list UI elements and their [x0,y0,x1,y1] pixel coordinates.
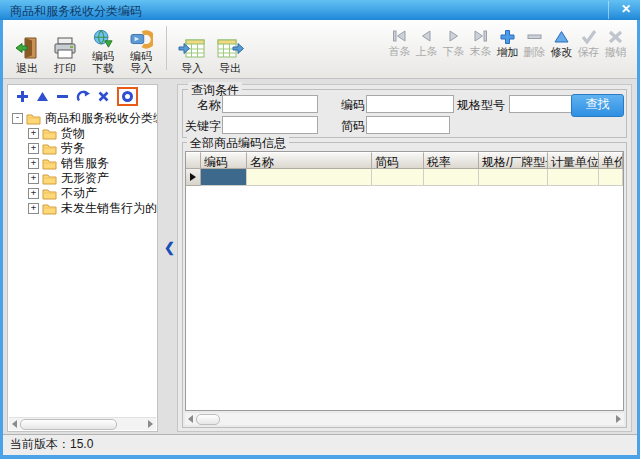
save-check-icon [580,29,597,46]
scroll-right-icon[interactable] [616,415,621,423]
scroll-right-icon[interactable] [148,420,153,428]
table-horizontal-scrollbar[interactable] [185,413,624,425]
export-button[interactable]: 导出 [211,36,249,75]
shortcode-input[interactable] [366,116,450,134]
delete-minus-icon [526,29,543,46]
tree-add-icon[interactable] [16,90,29,103]
row-indicator-header [186,152,201,169]
toolbar-nav-group: 首条 上条 下条 末条 增加 删除 [386,29,629,58]
exit-door-icon [14,35,40,62]
folder-icon [42,203,57,215]
app-window: 商品和服务税收分类编码 ✕ 退出 打印 编码 下载 编码 导入 [0,0,640,459]
column-header-taxrate[interactable]: 税率 [424,152,479,169]
tree-item-real-estate[interactable]: + 不动产 [8,186,157,201]
expand-expander-icon[interactable]: + [28,128,39,139]
printer-icon [52,35,78,62]
code-download-button[interactable]: 编码 下载 [84,28,122,75]
prev-record-button[interactable]: 上条 [413,29,440,58]
code-download-label-2: 下载 [92,62,114,74]
scroll-left-icon[interactable] [188,415,193,423]
exit-button[interactable]: 退出 [8,34,46,75]
tree-root-item[interactable]: - 商品和服务税收分类编码 [8,111,157,126]
cell[interactable] [548,169,599,186]
print-label: 打印 [54,62,76,74]
expand-expander-icon[interactable]: + [28,158,39,169]
column-header-name[interactable]: 名称 [247,152,372,169]
modify-triangle-icon [553,29,570,46]
toolbar-left-group: 退出 打印 编码 下载 编码 导入 导入 导 [8,23,249,75]
save-button[interactable]: 保存 [575,29,602,58]
last-record-button[interactable]: 末条 [467,29,494,58]
modify-button[interactable]: 修改 [548,29,575,58]
tree-locate-icon-highlighted[interactable] [117,87,138,106]
collapse-panel-button[interactable]: ❮ [162,239,177,257]
undo-label: 撤销 [605,46,627,58]
tree-item-goods[interactable]: + 货物 [8,126,157,141]
title-bar: 商品和服务税收分类编码 ✕ [0,0,640,20]
first-record-button[interactable]: 首条 [386,29,413,58]
titlebar-divider [608,1,609,19]
tree-horizontal-scrollbar[interactable] [9,417,156,430]
folder-icon [42,173,57,185]
export-table-icon [216,37,244,62]
cell[interactable] [247,169,372,186]
exit-label: 退出 [16,62,38,74]
tree-refresh-icon[interactable] [76,90,90,103]
grid-groupbox: 全部商品编码信息 编码 名称 简码 税率 规格/厂牌型号 计量单位 单价 [182,142,627,428]
cell[interactable] [372,169,424,186]
keyword-input[interactable] [222,116,318,134]
tree-item-services[interactable]: + 劳务 [8,141,157,156]
window-border-bottom [0,455,640,459]
code-import-button[interactable]: 编码 导入 [122,28,160,75]
code-download-label-1: 编码 [92,50,114,62]
delete-button[interactable]: 删除 [521,29,548,58]
import-button[interactable]: 导入 [173,36,211,75]
column-header-code[interactable]: 编码 [201,152,247,169]
column-header-spec[interactable]: 规格/厂牌型号 [479,152,548,169]
column-header-unit[interactable]: 计量单位 [548,152,599,169]
import-table-icon [178,37,206,62]
tree-item-label: 未发生销售行为的不征税 [61,200,157,217]
code-import-label-2: 导入 [130,62,152,74]
cell[interactable] [599,169,623,186]
tree-expand-icon[interactable] [97,90,110,103]
scrollbar-thumb[interactable] [20,419,117,430]
tree-item-sales-services[interactable]: + 销售服务 [8,156,157,171]
search-button[interactable]: 查找 [571,94,624,117]
last-record-icon [472,29,489,45]
tree-item-intangible-assets[interactable]: + 无形资产 [8,171,157,186]
column-header-price[interactable]: 单价 [599,152,623,169]
table-row[interactable] [186,169,623,186]
expand-expander-icon[interactable]: + [28,203,39,214]
scrollbar-thumb[interactable] [196,414,220,425]
collapse-expander-icon[interactable]: - [12,113,23,124]
spec-input[interactable] [509,95,578,113]
current-row-arrow-icon [190,173,196,181]
cell[interactable] [479,169,548,186]
keyword-label: 关键字 [185,118,221,135]
code-input[interactable] [366,95,454,113]
tree-toolbar [8,85,157,107]
tree-up-triangle-icon[interactable] [36,90,49,103]
print-button[interactable]: 打印 [46,34,84,75]
next-record-button[interactable]: 下条 [440,29,467,58]
add-button[interactable]: 增加 [494,29,521,58]
column-header-shortcode[interactable]: 简码 [372,152,424,169]
undo-button[interactable]: 撤销 [602,29,629,58]
code-import-icon [129,29,153,50]
spec-label: 规格型号 [457,97,505,114]
folder-icon [42,128,57,140]
expand-expander-icon[interactable]: + [28,143,39,154]
code-label: 编码 [341,97,365,114]
expand-expander-icon[interactable]: + [28,173,39,184]
expand-expander-icon[interactable]: + [28,188,39,199]
tree-remove-icon[interactable] [56,90,69,103]
scroll-left-icon[interactable] [12,420,17,428]
selected-cell[interactable] [201,169,247,186]
name-input[interactable] [222,95,318,113]
cell[interactable] [424,169,479,186]
close-icon[interactable]: ✕ [621,2,631,16]
prev-record-icon [418,29,435,45]
next-record-icon [445,29,462,45]
tree-item-non-taxable[interactable]: + 未发生销售行为的不征税 [8,201,157,216]
